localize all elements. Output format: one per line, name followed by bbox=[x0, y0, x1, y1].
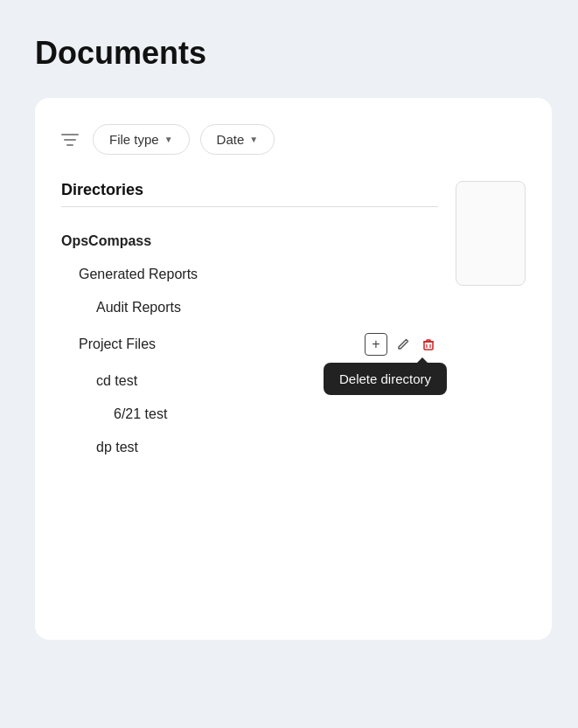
main-card: File type ▼ Date ▼ Directories OpsCompas… bbox=[35, 98, 552, 640]
chevron-down-icon: ▼ bbox=[164, 135, 173, 144]
directory-label[interactable]: OpsCompass bbox=[61, 233, 151, 249]
pencil-icon bbox=[396, 337, 410, 351]
trash-icon bbox=[421, 336, 436, 352]
svg-rect-0 bbox=[424, 342, 433, 350]
list-item: dp test bbox=[61, 431, 438, 464]
directories-section-title: Directories bbox=[61, 181, 438, 199]
directories-layout: Directories OpsCompass Generated Reports… bbox=[61, 181, 526, 464]
side-panel bbox=[456, 181, 526, 286]
plus-icon: + bbox=[372, 336, 380, 352]
date-dropdown[interactable]: Date ▼ bbox=[200, 124, 275, 155]
list-item: Generated Reports bbox=[61, 258, 438, 291]
directory-label[interactable]: cd test bbox=[61, 373, 137, 389]
list-item: 6/21 test bbox=[61, 398, 438, 431]
directories-list: Directories OpsCompass Generated Reports… bbox=[61, 181, 438, 464]
directory-actions: + bbox=[365, 333, 438, 356]
edit-directory-button[interactable] bbox=[394, 336, 412, 353]
directory-label[interactable]: Audit Reports bbox=[61, 300, 181, 315]
add-subdirectory-button[interactable]: + bbox=[365, 333, 387, 356]
directory-label[interactable]: Project Files bbox=[61, 336, 156, 352]
delete-directory-tooltip: Delete directory bbox=[324, 363, 447, 395]
date-label: Date bbox=[217, 132, 245, 147]
directory-label[interactable]: 6/21 test bbox=[61, 406, 167, 422]
chevron-down-icon: ▼ bbox=[249, 135, 258, 144]
delete-directory-button[interactable] bbox=[419, 335, 438, 354]
file-type-label: File type bbox=[109, 132, 159, 147]
filter-icon[interactable] bbox=[61, 134, 79, 146]
directory-label[interactable]: dp test bbox=[61, 440, 138, 455]
file-type-dropdown[interactable]: File type ▼ bbox=[93, 124, 190, 155]
filter-row: File type ▼ Date ▼ bbox=[61, 124, 526, 155]
list-item: Audit Reports bbox=[61, 291, 438, 324]
section-divider bbox=[61, 206, 438, 207]
list-item: OpsCompass bbox=[61, 225, 438, 258]
list-item: Project Files + bbox=[61, 324, 438, 364]
directory-label[interactable]: Generated Reports bbox=[61, 267, 198, 282]
page-title: Documents bbox=[35, 35, 552, 72]
